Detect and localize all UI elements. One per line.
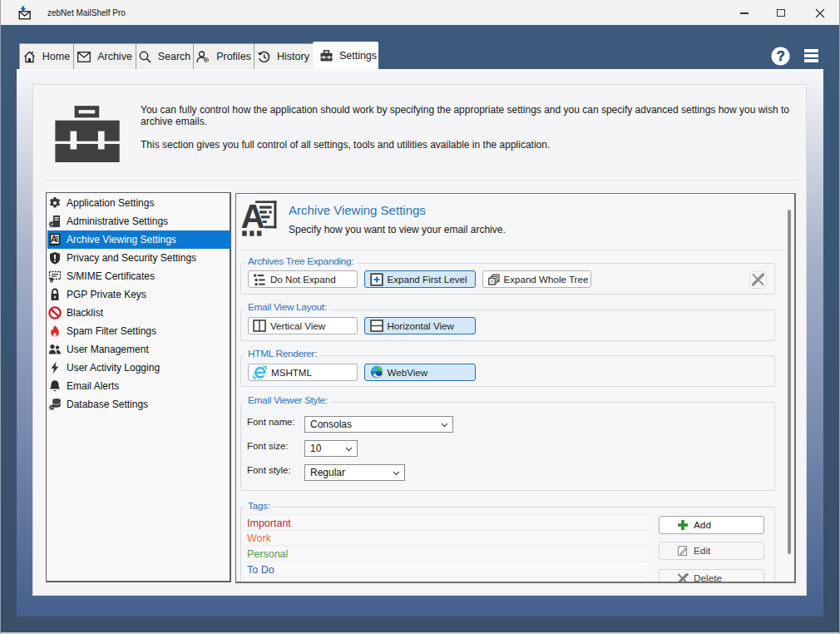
- svg-text:?: ?: [777, 48, 785, 63]
- svg-text:A: A: [242, 201, 264, 235]
